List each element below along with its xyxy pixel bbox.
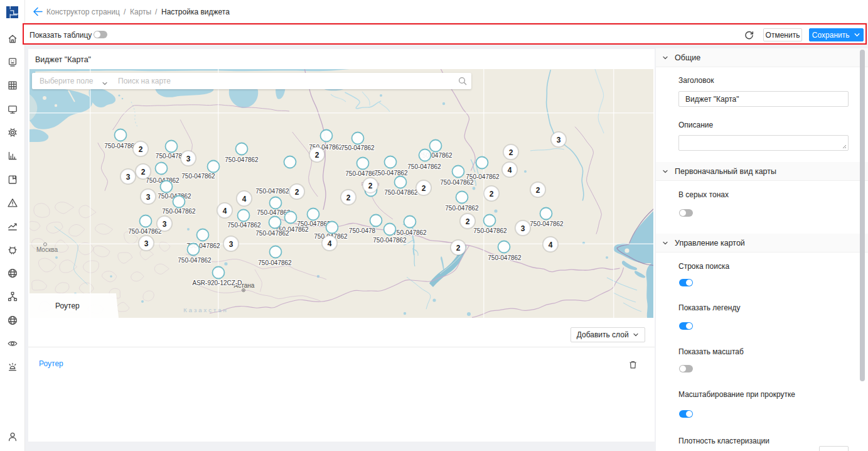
svg-text:3: 3 — [146, 193, 151, 202]
svg-text:4: 4 — [328, 239, 332, 248]
svg-text:750-047862: 750-047862 — [488, 254, 522, 261]
svg-text:3: 3 — [521, 224, 525, 233]
svg-text:Казахстан: Казахстан — [183, 307, 228, 313]
svg-text:2: 2 — [141, 168, 146, 177]
svg-text:750-0478: 750-0478 — [156, 153, 183, 160]
svg-text:750-047862: 750-047862 — [530, 220, 564, 227]
svg-text:2: 2 — [422, 184, 426, 193]
svg-text:4: 4 — [242, 195, 247, 204]
svg-text:750-047862: 750-047862 — [393, 229, 427, 236]
svg-text:4: 4 — [223, 207, 227, 215]
svg-text:750-047862: 750-047862 — [374, 170, 408, 177]
svg-text:Москва: Москва — [36, 246, 58, 253]
svg-text:4: 4 — [508, 166, 512, 175]
svg-text:750-047862: 750-047862 — [255, 188, 289, 195]
svg-text:750-047862: 750-047862 — [181, 173, 215, 180]
svg-text:750-047862: 750-047862 — [258, 259, 292, 266]
svg-text:2: 2 — [509, 148, 513, 157]
svg-text:2: 2 — [295, 188, 299, 197]
svg-text:2: 2 — [490, 190, 494, 198]
svg-text:750-047862: 750-047862 — [407, 163, 441, 170]
svg-text:750-047862: 750-047862 — [255, 230, 289, 237]
svg-text:750-047862: 750-047862 — [341, 144, 375, 151]
svg-text:3: 3 — [144, 239, 149, 248]
svg-text:2: 2 — [456, 244, 461, 253]
svg-text:2: 2 — [466, 217, 470, 226]
svg-text:4: 4 — [549, 241, 553, 249]
svg-text:750-047862: 750-047862 — [128, 228, 162, 235]
svg-text:2: 2 — [139, 145, 143, 154]
svg-text:750-0478: 750-0478 — [349, 227, 376, 234]
svg-text:750-047862: 750-047862 — [373, 237, 407, 244]
svg-text:750-047862: 750-047862 — [162, 208, 196, 215]
svg-text:2: 2 — [315, 151, 319, 160]
svg-text:ASR-920-12CZ-D: ASR-920-12CZ-D — [193, 280, 242, 286]
svg-text:750-047862: 750-047862 — [445, 205, 479, 212]
svg-text:750-047862: 750-047862 — [225, 156, 259, 163]
svg-text:3: 3 — [126, 173, 131, 182]
svg-text:750-047862: 750-047862 — [466, 173, 500, 180]
svg-text:2: 2 — [536, 186, 540, 195]
svg-text:3: 3 — [557, 136, 561, 144]
svg-text:750-047862: 750-047862 — [178, 257, 212, 264]
svg-text:2: 2 — [368, 182, 373, 190]
svg-text:3: 3 — [229, 240, 233, 249]
svg-text:3: 3 — [186, 155, 191, 163]
svg-text:750-047862: 750-047862 — [473, 227, 507, 234]
svg-text:2: 2 — [346, 193, 351, 202]
svg-text:750-047862: 750-047862 — [384, 189, 418, 196]
svg-text:750-047862: 750-047862 — [227, 222, 261, 229]
svg-text:3: 3 — [163, 220, 167, 229]
